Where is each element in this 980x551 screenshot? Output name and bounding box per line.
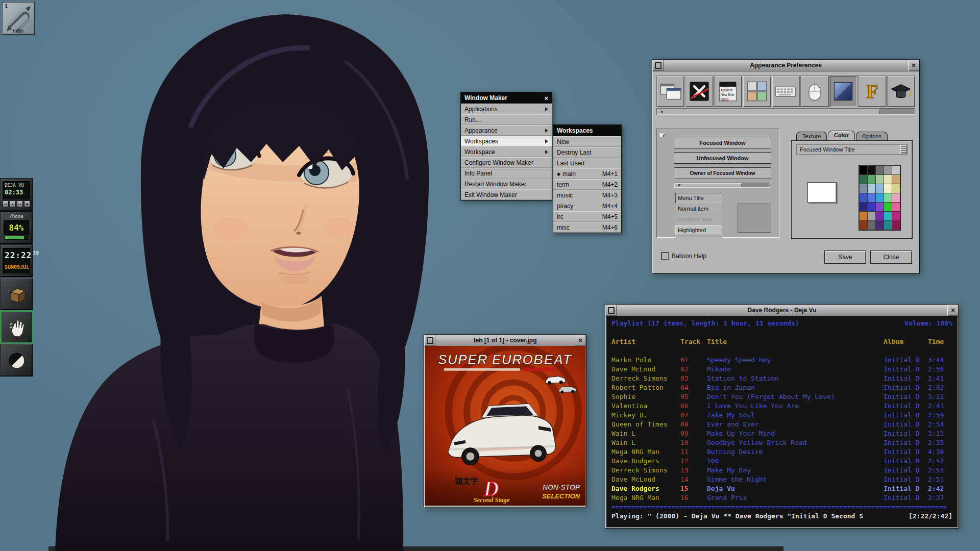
dockapp-music-player[interactable]: DEJA VU 02:33 ◂◂ ▸ ▸▸ ■ xyxy=(0,178,33,211)
prefs-icon-mouse[interactable] xyxy=(800,76,828,107)
menu-item-info-panel[interactable]: Info Panel xyxy=(461,168,552,179)
dockapp-disk-usage[interactable]: /home 84% xyxy=(0,211,33,244)
palette-color-swatch[interactable] xyxy=(892,166,900,174)
palette-color-swatch[interactable] xyxy=(884,212,892,220)
menu-item-appearance[interactable]: Appearance xyxy=(461,125,552,136)
playlist-row[interactable]: Dave McLoud02MikadoInitial D2:56 xyxy=(611,365,952,374)
list-item-normal-item[interactable]: Normal Item xyxy=(675,204,722,214)
player-close-button[interactable]: × xyxy=(947,305,959,316)
palette-color-swatch[interactable] xyxy=(884,203,892,211)
palette-color-swatch[interactable] xyxy=(892,184,900,193)
playlist-row[interactable]: Derreck Simons13Make My DayInitial D2:53 xyxy=(611,466,952,475)
miniaturize-button[interactable] xyxy=(652,60,664,71)
palette-color-swatch[interactable] xyxy=(868,212,875,220)
workspace-menu-item-piracy[interactable]: piracyM4+4 xyxy=(553,201,621,211)
palette-color-swatch[interactable] xyxy=(876,212,884,220)
menu-item-restart-window-maker[interactable]: Restart Window Maker xyxy=(461,179,552,189)
unfocused-window-button[interactable]: Unfocused Window xyxy=(674,152,771,164)
workspace-menu-item-destroy-last[interactable]: Destroy Last xyxy=(553,147,621,158)
scrollbar-thumb[interactable] xyxy=(657,109,879,114)
playlist-row[interactable]: Marko Polo01Speedy Speed BoyInitial D3:4… xyxy=(611,356,952,365)
palette-color-swatch[interactable] xyxy=(884,221,892,230)
prefs-titlebar[interactable]: Appearance Preferences × xyxy=(652,60,919,71)
palette-color-swatch[interactable] xyxy=(868,193,875,202)
root-menu-titlebar[interactable]: Window Maker × xyxy=(461,92,552,104)
workspace-menu-item-new[interactable]: New xyxy=(553,136,621,147)
prev-track-button[interactable]: ◂◂ xyxy=(3,201,9,207)
palette-color-swatch[interactable] xyxy=(876,166,884,174)
playlist-row[interactable]: Mickey B.07Take My SoulInitial D2:59 xyxy=(611,411,952,420)
workspace-menu-item-music[interactable]: musicM4+3 xyxy=(553,190,621,201)
palette-color-swatch[interactable] xyxy=(860,221,867,230)
miniaturize-button[interactable] xyxy=(424,335,435,346)
playlist-row[interactable]: Derreck Simons03Station to StationInitia… xyxy=(611,374,952,383)
prefs-icon-appearance[interactable] xyxy=(829,76,857,107)
palette-color-swatch[interactable] xyxy=(868,166,875,174)
dockapp-clock[interactable]: 22:2239 SUN09JUL xyxy=(0,244,33,277)
texture-scrollbar-thumb[interactable] xyxy=(674,183,742,187)
workspace-menu-item-misc[interactable]: miscM4+6 xyxy=(553,222,621,233)
palette-color-swatch[interactable] xyxy=(884,175,892,184)
playlist-row[interactable]: Mega NRG Man16Grand PrixInitial D3:37 xyxy=(611,493,952,503)
palette-color-swatch[interactable] xyxy=(868,203,875,211)
menu-item-workspaces[interactable]: Workspaces xyxy=(461,136,552,146)
save-button[interactable]: Save xyxy=(824,251,866,264)
palette-color-swatch[interactable] xyxy=(876,221,884,230)
prefs-icon-window-focus[interactable] xyxy=(656,76,684,107)
prefs-toolbar-scrollbar[interactable] xyxy=(656,108,915,115)
player-terminal[interactable]: Playlist (17 items, length: 1 hour, 13 s… xyxy=(606,316,958,527)
palette-color-swatch[interactable] xyxy=(884,193,892,202)
palette-color-swatch[interactable] xyxy=(868,175,875,184)
prefs-icon-font[interactable]: F xyxy=(858,76,886,107)
workspace-menu-item-main[interactable]: ◆mainM4+1 xyxy=(553,168,621,179)
feh-titlebar[interactable]: feh [1 of 1] - cover.jpg × xyxy=(424,335,586,346)
palette-color-swatch[interactable] xyxy=(876,203,884,211)
playlist-row[interactable]: Queen of Times08Ever and EverInitial D2:… xyxy=(611,420,952,429)
close-button[interactable]: Close xyxy=(870,251,912,264)
playlist-row[interactable]: Wain L09Make Up Your MindInitial D3:13 xyxy=(611,429,952,438)
palette-color-swatch[interactable] xyxy=(868,184,875,193)
prefs-icon-window-handling[interactable] xyxy=(685,76,713,107)
palette-color-swatch[interactable] xyxy=(876,175,884,184)
palette-color-swatch[interactable] xyxy=(860,184,867,193)
workspace-menu-item-last-used[interactable]: Last Used xyxy=(553,158,621,168)
palette-color-swatch[interactable] xyxy=(860,193,867,202)
play-button[interactable]: ▸ xyxy=(10,201,16,207)
prefs-icon-keyboard[interactable] xyxy=(772,76,800,107)
prefs-icon-icon-preferences[interactable] xyxy=(743,76,771,107)
menu-item-configure-window-maker[interactable]: Configure Window Maker xyxy=(461,157,552,168)
prefs-close-button[interactable]: × xyxy=(908,60,919,71)
tab-color[interactable]: Color xyxy=(828,131,855,140)
menu-item-exit-window-maker[interactable]: Exit Window Maker xyxy=(461,189,552,200)
palette-color-swatch[interactable] xyxy=(860,166,867,174)
playlist-row[interactable]: Dave Rodgers15Deja VuInitial D2:42 xyxy=(611,484,952,493)
balloon-help-checkbox[interactable]: Balloon Help xyxy=(661,252,706,260)
menu-item-applications[interactable]: Applications xyxy=(461,104,552,114)
palette-color-swatch[interactable] xyxy=(860,212,867,220)
prefs-icon-expert[interactable] xyxy=(887,76,915,107)
palette-color-swatch[interactable] xyxy=(876,193,884,202)
palette-color-swatch[interactable] xyxy=(860,203,867,211)
list-item-disabled-item[interactable]: Disabled Item xyxy=(675,214,722,224)
dockapp-hand[interactable] xyxy=(0,311,33,343)
next-track-button[interactable]: ▸▸ xyxy=(17,201,23,207)
tab-texture[interactable]: Texture xyxy=(796,132,827,141)
feh-close-button[interactable]: × xyxy=(575,335,586,346)
palette-color-swatch[interactable] xyxy=(892,221,900,230)
playlist-row[interactable]: Dave McLoud14Gimme the NightInitial D2:5… xyxy=(611,475,952,484)
playlist-row[interactable]: Sophie05Don't You (Forget About My Love)… xyxy=(611,392,952,402)
stop-button[interactable]: ■ xyxy=(24,201,30,207)
dockapp-contrast[interactable] xyxy=(0,344,33,377)
palette-color-swatch[interactable] xyxy=(892,193,900,202)
menu-item-run[interactable]: Run... xyxy=(461,114,552,125)
playlist-row[interactable]: Mega NRG Man11Burning DesireInitial D4:3… xyxy=(611,447,952,457)
menu-item-workspace[interactable]: Workspace xyxy=(461,146,552,157)
playlist-row[interactable]: Valentina06I Love You Like You AreInitia… xyxy=(611,402,952,411)
palette-color-swatch[interactable] xyxy=(876,184,884,193)
playlist-row[interactable]: Dave Rodgers12100Initial D2:52 xyxy=(611,457,952,466)
focused-window-button[interactable]: Focused Window xyxy=(674,137,771,148)
texture-scrollbar[interactable] xyxy=(674,183,770,188)
palette-color-swatch[interactable] xyxy=(892,175,900,184)
list-item-normal-item-2[interactable]: Normal Item xyxy=(675,236,722,238)
list-item-menu-title[interactable]: Menu Title xyxy=(675,193,722,203)
